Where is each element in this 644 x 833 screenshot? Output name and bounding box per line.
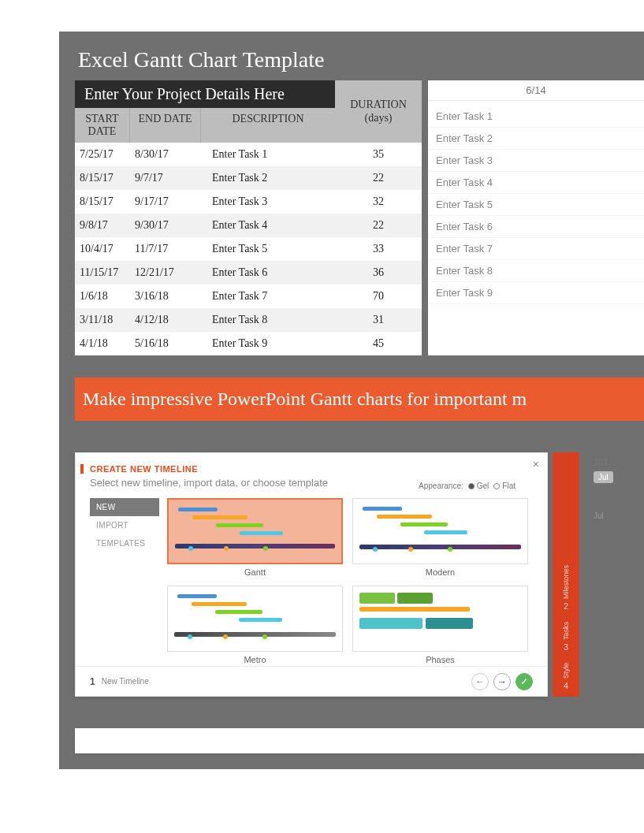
chart-date-header: 6/14 bbox=[428, 80, 644, 101]
cell-start: 7/25/17 bbox=[75, 148, 130, 161]
chart-task-label: Enter Task 3 bbox=[428, 150, 644, 172]
chart-task-label: Enter Task 5 bbox=[428, 194, 644, 216]
template-gantt[interactable]: Gantt bbox=[167, 498, 343, 579]
cell-desc: Enter Task 6 bbox=[201, 266, 335, 279]
ribbon-step-num: 4 bbox=[564, 682, 568, 690]
page-title: Excel Gantt Chart Template bbox=[75, 47, 644, 73]
cell-end: 8/30/17 bbox=[130, 148, 201, 161]
table-row: 9/8/179/30/17Enter Task 422 bbox=[75, 214, 422, 237]
excel-gantt-panel: Excel Gantt Chart Template Enter Your Pr… bbox=[59, 32, 644, 769]
confirm-button[interactable]: ✓ bbox=[516, 673, 533, 690]
tab-import[interactable]: IMPORT bbox=[90, 516, 159, 534]
chart-task-label: Enter Task 9 bbox=[428, 282, 644, 304]
cell-duration: 32 bbox=[335, 195, 422, 208]
appearance-selector: Appearance: Gel Flat bbox=[419, 482, 516, 490]
col-duration: DURATION (days) bbox=[335, 80, 422, 143]
wizard-step: 1 New Timeline bbox=[90, 676, 149, 687]
template-phases[interactable]: Phases bbox=[352, 586, 528, 667]
cell-duration: 35 bbox=[335, 148, 422, 161]
cell-end: 9/7/17 bbox=[130, 172, 201, 184]
cell-desc: Enter Task 3 bbox=[201, 195, 335, 208]
cell-start: 3/11/18 bbox=[75, 314, 130, 326]
project-banner: Enter Your Project Details Here bbox=[75, 80, 335, 108]
cell-end: 11/7/17 bbox=[130, 243, 201, 255]
chart-task-label: Enter Task 1 bbox=[428, 106, 644, 128]
ribbon-step-num: 2 bbox=[564, 602, 568, 611]
next-button[interactable]: → bbox=[493, 673, 511, 690]
template-metro[interactable]: Metro bbox=[167, 586, 343, 667]
appearance-flat[interactable]: Flat bbox=[493, 482, 516, 490]
bottom-card bbox=[75, 728, 644, 753]
cell-duration: 70 bbox=[335, 290, 422, 303]
cell-start: 10/4/17 bbox=[75, 243, 130, 255]
cell-duration: 22 bbox=[335, 172, 422, 184]
ribbon-step[interactable]: Style bbox=[562, 663, 570, 679]
cell-start: 8/15/17 bbox=[75, 172, 130, 184]
ribbon-step-num: 3 bbox=[564, 643, 568, 652]
cell-end: 9/17/17 bbox=[130, 195, 201, 208]
cell-start: 9/8/17 bbox=[75, 219, 130, 232]
table-row: 11/15/1712/21/17Enter Task 636 bbox=[75, 261, 422, 284]
chart-task-label: Enter Task 4 bbox=[428, 172, 644, 194]
cell-end: 12/21/17 bbox=[130, 266, 201, 279]
cell-duration: 36 bbox=[335, 266, 422, 279]
cell-start: 4/1/18 bbox=[75, 337, 130, 350]
cell-start: 11/15/17 bbox=[75, 266, 130, 279]
close-icon[interactable]: × bbox=[533, 458, 539, 470]
cell-end: 3/16/18 bbox=[130, 290, 201, 303]
timeline-axis-preview: 201 Jul Jul bbox=[594, 452, 613, 697]
table-row: 8/15/179/7/17Enter Task 222 bbox=[75, 166, 422, 190]
table-row: 4/1/185/16/18Enter Task 945 bbox=[75, 332, 422, 355]
cell-end: 5/16/18 bbox=[130, 337, 201, 350]
chart-task-label: Enter Task 2 bbox=[428, 128, 644, 150]
table-header: START DATE END DATE DESCRIPTION bbox=[75, 108, 335, 143]
appearance-gel[interactable]: Gel bbox=[468, 482, 490, 490]
cell-desc: Enter Task 7 bbox=[201, 290, 335, 303]
cell-desc: Enter Task 2 bbox=[201, 172, 335, 184]
table-row: 10/4/1711/7/17Enter Task 533 bbox=[75, 237, 422, 261]
prev-button[interactable]: ← bbox=[471, 673, 489, 690]
col-desc: DESCRIPTION bbox=[201, 108, 335, 143]
ribbon-step[interactable]: Milestones bbox=[562, 565, 570, 599]
cell-duration: 31 bbox=[335, 314, 422, 326]
task-table: Enter Your Project Details Here START DA… bbox=[75, 80, 422, 355]
cell-duration: 33 bbox=[335, 243, 422, 255]
col-end: END DATE bbox=[130, 108, 201, 143]
chart-task-label: Enter Task 8 bbox=[428, 260, 644, 282]
cell-desc: Enter Task 5 bbox=[201, 243, 335, 255]
col-start: START DATE bbox=[75, 108, 130, 143]
tab-new[interactable]: NEW bbox=[90, 498, 159, 516]
promo-banner: Make impressive PowerPoint Gantt charts … bbox=[75, 377, 644, 421]
cell-end: 4/12/18 bbox=[130, 314, 201, 326]
dialog-heading: CREATE NEW TIMELINE bbox=[80, 464, 533, 474]
cell-start: 1/6/18 bbox=[75, 290, 130, 303]
gantt-chart-preview: 6/14 Enter Task 1Enter Task 2Enter Task … bbox=[428, 80, 644, 355]
table-row: 3/11/184/12/18Enter Task 831 bbox=[75, 308, 422, 332]
table-row: 8/15/179/17/17Enter Task 332 bbox=[75, 190, 422, 214]
ribbon-step[interactable]: Tasks bbox=[562, 622, 570, 640]
tab-templates[interactable]: TEMPLATES bbox=[90, 534, 159, 552]
cell-desc: Enter Task 9 bbox=[201, 337, 335, 350]
table-row: 7/25/178/30/17Enter Task 135 bbox=[75, 143, 422, 166]
create-timeline-dialog: × CREATE NEW TIMELINE Select new timelin… bbox=[75, 452, 548, 697]
chart-task-label: Enter Task 7 bbox=[428, 238, 644, 260]
table-row: 1/6/183/16/18Enter Task 770 bbox=[75, 284, 422, 308]
chart-task-label: Enter Task 6 bbox=[428, 216, 644, 238]
dialog-tabs: NEW IMPORT TEMPLATES bbox=[90, 498, 159, 666]
cell-desc: Enter Task 8 bbox=[201, 314, 335, 326]
wizard-steps-ribbon: Milestones2Tasks3Style4 bbox=[553, 452, 579, 697]
cell-duration: 22 bbox=[335, 219, 422, 232]
template-modern[interactable]: Modern bbox=[352, 498, 528, 579]
cell-end: 9/30/17 bbox=[130, 219, 201, 232]
cell-start: 8/15/17 bbox=[75, 195, 130, 208]
cell-duration: 45 bbox=[335, 337, 422, 350]
cell-desc: Enter Task 4 bbox=[201, 219, 335, 232]
cell-desc: Enter Task 1 bbox=[201, 148, 335, 161]
